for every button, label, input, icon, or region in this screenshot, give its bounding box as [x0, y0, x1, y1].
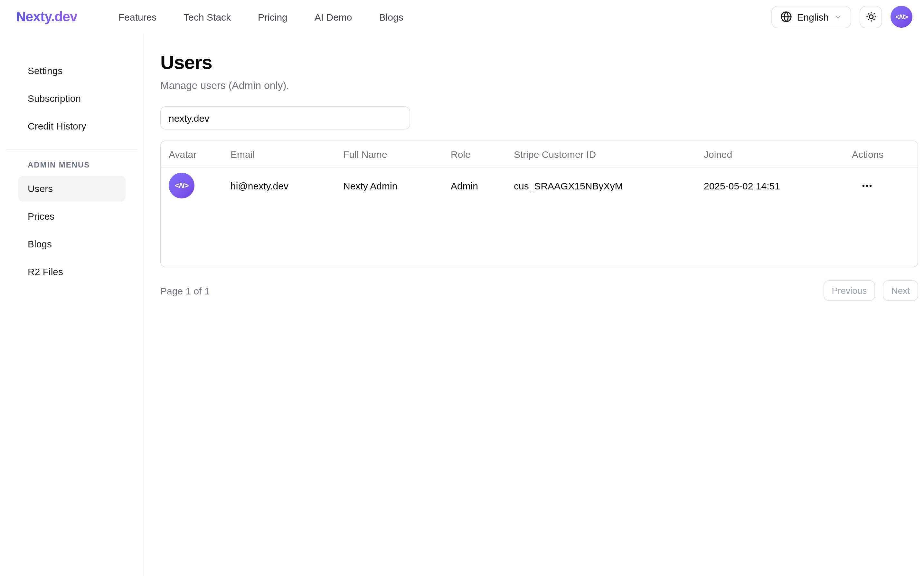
sidebar-divider: [6, 149, 137, 150]
nav-item-tech-stack[interactable]: Tech Stack: [184, 11, 231, 22]
sidebar-item-settings[interactable]: Settings: [18, 58, 126, 84]
app-window: Nexty.dev Features Tech Stack Pricing AI…: [0, 0, 924, 576]
column-header-avatar: Avatar: [161, 141, 223, 167]
pagination: Page 1 of 1 Previous Next: [160, 280, 918, 301]
search-input[interactable]: [160, 106, 410, 130]
nav-item-pricing[interactable]: Pricing: [258, 11, 287, 22]
language-label: English: [797, 11, 829, 22]
table-row: <N> hi@nexty.dev Nexty Admin Admin cus_S…: [161, 167, 918, 203]
row-actions-button[interactable]: [857, 177, 877, 194]
sidebar-item-users[interactable]: Users: [18, 176, 126, 202]
user-avatar[interactable]: <N>: [890, 6, 913, 28]
language-selector[interactable]: English: [771, 5, 851, 28]
sidebar-item-r2-files[interactable]: R2 Files: [18, 259, 126, 285]
header-actions: English: [771, 5, 913, 28]
column-header-email: Email: [223, 141, 335, 167]
cell-full-name: Nexty Admin: [335, 167, 443, 203]
column-header-stripe-customer-id: Stripe Customer ID: [506, 141, 696, 167]
column-header-joined: Joined: [696, 141, 844, 167]
sidebar-item-credit-history[interactable]: Credit History: [18, 114, 126, 139]
nav-item-features[interactable]: Features: [118, 11, 156, 22]
next-page-button[interactable]: Next: [883, 280, 918, 301]
users-table: Avatar Email Full Name Role Stripe Custo…: [161, 141, 918, 203]
page-subtitle: Manage users (Admin only).: [160, 78, 918, 93]
globe-icon: [780, 11, 792, 22]
avatar-initials: <N>: [175, 181, 188, 190]
sidebar-item-subscription[interactable]: Subscription: [18, 86, 126, 112]
cell-role: Admin: [443, 167, 506, 203]
sidebar-item-prices[interactable]: Prices: [18, 203, 126, 229]
table-header-row: Avatar Email Full Name Role Stripe Custo…: [161, 141, 918, 167]
sidebar-item-blogs[interactable]: Blogs: [18, 231, 126, 257]
cell-stripe-customer-id: cus_SRAAGX15NByXyM: [506, 167, 696, 203]
column-header-full-name: Full Name: [335, 141, 443, 167]
main-content: Users Manage users (Admin only). Avatar …: [144, 34, 924, 576]
page-title: Users: [160, 51, 918, 74]
theme-toggle-button[interactable]: [860, 5, 882, 28]
cell-joined: 2025-05-02 14:51: [696, 167, 844, 203]
more-horizontal-icon: [861, 179, 873, 192]
top-navbar: Nexty.dev Features Tech Stack Pricing AI…: [0, 0, 924, 34]
previous-page-button[interactable]: Previous: [823, 280, 875, 301]
nav-item-blogs[interactable]: Blogs: [379, 11, 404, 22]
cell-email: hi@nexty.dev: [223, 167, 335, 203]
brand-logo[interactable]: Nexty.dev: [16, 9, 77, 24]
column-header-role: Role: [443, 141, 506, 167]
column-header-actions: Actions: [844, 141, 918, 167]
sidebar-section-label: ADMIN MENUS: [18, 160, 126, 170]
page-status: Page 1 of 1: [160, 285, 210, 296]
avatar: <N>: [169, 173, 195, 198]
sun-icon: [865, 11, 877, 22]
main-nav: Features Tech Stack Pricing AI Demo Blog…: [118, 11, 404, 22]
chevron-down-icon: [834, 13, 842, 21]
nav-item-ai-demo[interactable]: AI Demo: [314, 11, 352, 22]
users-table-card: Avatar Email Full Name Role Stripe Custo…: [160, 141, 918, 267]
sidebar: Settings Subscription Credit History ADM…: [0, 34, 144, 576]
user-avatar-initials: <N>: [895, 13, 908, 21]
